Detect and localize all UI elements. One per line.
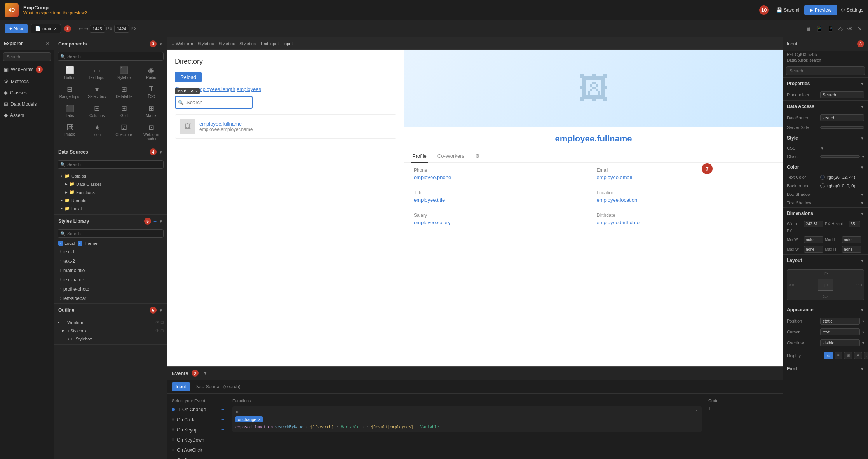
comp-selectbox[interactable]: ▾Select box <box>84 83 110 101</box>
rp-placeholder-value[interactable]: Search <box>820 91 864 98</box>
mobile-icon[interactable]: 📱 <box>826 24 835 33</box>
rp-cursor-dropdown[interactable]: ▾ <box>862 330 864 334</box>
save-all-button[interactable]: 💾 Save all <box>776 7 800 13</box>
comp-radio[interactable]: ◉Radio <box>138 64 164 82</box>
ev-plus-1[interactable]: + <box>221 407 224 412</box>
rp-properties-header[interactable]: Properties ▼ <box>783 78 868 89</box>
bc-textinput[interactable]: Text input <box>260 41 279 46</box>
styles-header[interactable]: Styles Library 5 + ▼ <box>54 215 167 228</box>
tab-profile[interactable]: Profile <box>411 150 428 163</box>
outline-header[interactable]: Outline 6 ▼ <box>54 304 167 317</box>
rp-maxh-input[interactable] <box>842 246 861 253</box>
disp-grid-btn[interactable]: ⊞ <box>844 352 852 359</box>
redo-icon[interactable]: ↪ <box>84 26 88 31</box>
styles-plus-icon[interactable]: + <box>153 218 157 224</box>
rp-minw-input[interactable] <box>804 236 823 243</box>
ev-onclick[interactable]: ⠿ On Click + <box>167 415 229 425</box>
rp-cursor-value[interactable]: text <box>820 328 860 335</box>
ds-catalog[interactable]: ▸ 📁 Catalog <box>58 172 164 180</box>
ev-plus-5[interactable]: + <box>221 447 224 453</box>
rp-serverside-value[interactable] <box>820 126 864 129</box>
ev-onauxclick[interactable]: ⠿ On AuxClick + <box>167 445 229 455</box>
desktop-icon[interactable]: 🖥 <box>805 24 812 33</box>
rp-textcolor-dot[interactable] <box>820 175 825 180</box>
height-coord[interactable]: 1424 <box>114 25 129 33</box>
fn-menu-icon[interactable]: ⋮ <box>694 409 699 415</box>
etab-input[interactable]: Input <box>172 382 190 391</box>
settings-button[interactable]: ⚙ Settings <box>841 7 863 13</box>
comp-webformloader[interactable]: ⊡Webform loader <box>138 121 164 143</box>
rp-color-header[interactable]: Color ▼ <box>783 161 868 173</box>
datasources-header[interactable]: Data Sources 4 ▼ <box>54 145 167 159</box>
rp-position-value[interactable]: static <box>820 318 860 325</box>
rp-datasource-value[interactable]: search <box>820 114 864 121</box>
fn-tag[interactable]: onchange × <box>235 416 263 422</box>
datasources-search-input[interactable] <box>58 160 164 169</box>
overlay-up-icon[interactable]: ↑ <box>187 89 189 93</box>
style-text-name[interactable]: ⠿text-name <box>54 275 167 284</box>
ds-dataclasses[interactable]: ▸ 📁 Data Classes <box>58 180 164 188</box>
theme-checkbox[interactable]: ✓ <box>78 241 82 246</box>
rp-dataaccess-header[interactable]: Data Access ▼ <box>783 101 868 112</box>
explorer-search-input[interactable] <box>3 52 51 61</box>
disp-none-btn[interactable]: A <box>854 352 862 359</box>
filter-theme[interactable]: ✓ Theme <box>78 241 97 246</box>
sidebar-item-datamodels[interactable]: ⊞ Data Models <box>0 98 54 110</box>
eye-icon[interactable]: 👁 <box>846 24 854 33</box>
sidebar-item-classes[interactable]: ◈ Classes <box>0 87 54 98</box>
rp-overflow-value[interactable]: visible <box>820 339 860 346</box>
comp-matrix[interactable]: ⊞Matrix <box>138 102 164 120</box>
rp-search-input[interactable] <box>786 66 865 75</box>
style-left-sidebar[interactable]: ⠿left-sidebar <box>54 294 167 303</box>
main-tab[interactable]: 📄 main × <box>31 24 61 33</box>
outline-stylebox-2[interactable]: ▸ □ Stylebox <box>54 335 167 343</box>
fn-tag-close[interactable]: × <box>258 417 260 422</box>
rp-height-input[interactable] <box>849 221 860 227</box>
bc-stylebox-1[interactable]: Stylebox <box>198 41 214 46</box>
close-view-icon[interactable]: ✕ <box>856 24 863 33</box>
styles-search-input[interactable] <box>58 229 164 238</box>
rp-maxw-input[interactable] <box>804 246 823 253</box>
style-text-1[interactable]: ⠿text-1 <box>54 247 167 257</box>
rp-font-header[interactable]: Font ▼ <box>783 363 868 375</box>
employee-item[interactable]: 🖼 employee.fullname employee.employer.na… <box>175 115 396 138</box>
comp-stylebox[interactable]: ⬛Stylebox <box>111 64 138 82</box>
ev-plus-3[interactable]: + <box>221 427 224 433</box>
rp-style-header[interactable]: Style ▼ <box>783 132 868 144</box>
rp-textshadow-arrow[interactable]: ▼ <box>860 201 864 205</box>
ev-plus-2[interactable]: + <box>221 417 224 422</box>
rp-dimensions-header[interactable]: Dimensions ▼ <box>783 208 868 219</box>
bc-webform[interactable]: Webform <box>176 41 193 46</box>
filter-local[interactable]: ✓ Local <box>58 241 75 246</box>
ev-plus-6[interactable]: + <box>221 457 224 459</box>
rp-boxshadow-arrow[interactable]: ▼ <box>860 192 864 197</box>
outline-stylebox-1[interactable]: ▸ □ Stylebox 👁 ⊡ <box>54 326 167 335</box>
disp-block-btn[interactable]: ▭ <box>824 352 833 359</box>
rp-layout-header[interactable]: Layout ▼ <box>783 255 868 266</box>
rp-minh-input[interactable] <box>842 236 861 243</box>
comp-checkbox[interactable]: ☑Checkbox <box>111 121 138 143</box>
components-search-input[interactable] <box>58 52 164 61</box>
comp-button[interactable]: ⬜Button <box>57 64 83 82</box>
tab-settings-icon[interactable]: ⚙ <box>474 150 481 163</box>
ds-local[interactable]: ▸ 📁 Local <box>58 204 164 213</box>
ds-functions[interactable]: ▸ 📁 Functions <box>58 188 164 196</box>
rp-class-value[interactable] <box>820 155 860 158</box>
search-input[interactable] <box>175 96 253 109</box>
style-text-2[interactable]: ⠿text-2 <box>54 257 167 266</box>
new-button[interactable]: + New <box>5 24 28 33</box>
tablet-icon[interactable]: 📱 <box>815 24 824 33</box>
ev-onkeydown[interactable]: ⠿ On KeyDown + <box>167 435 229 445</box>
preview-button[interactable]: ▶ Preview <box>804 5 837 15</box>
bc-stylebox-2[interactable]: Stylebox <box>218 41 235 46</box>
components-header[interactable]: Components 3 ▼ <box>54 37 167 51</box>
comp-text[interactable]: TText <box>138 83 164 101</box>
outline-webform[interactable]: ▸ — Webform 👁 ⊡ <box>54 318 167 326</box>
overlay-close-icon[interactable]: × <box>195 89 197 93</box>
comp-icon[interactable]: ★Icon <box>84 121 110 143</box>
rp-bg-dot[interactable] <box>820 183 825 188</box>
comp-rangeinput[interactable]: ⊟Range Input <box>57 83 83 101</box>
etab-datasource[interactable]: Data Source (search) <box>191 382 244 391</box>
width-coord[interactable]: 1445 <box>90 25 105 33</box>
comp-datatable[interactable]: ⊞Datatable <box>111 83 138 101</box>
